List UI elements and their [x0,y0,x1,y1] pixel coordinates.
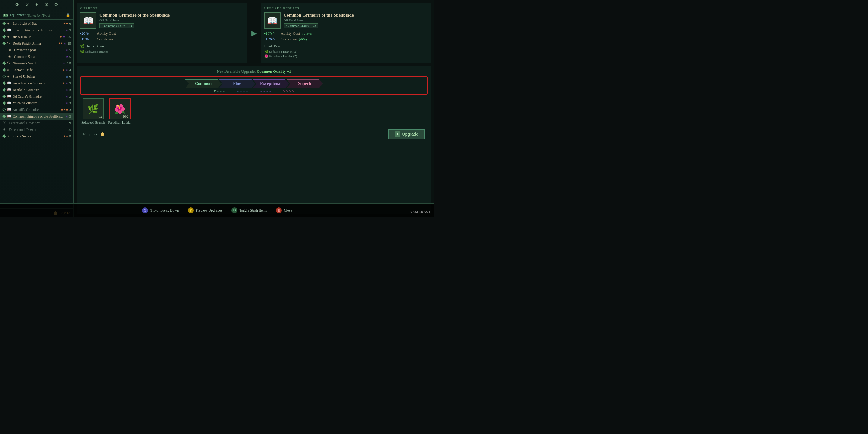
item-icon: 📖 [7,107,11,112]
item-tag: ⚜ [65,88,68,92]
superb-dots [277,90,301,92]
list-item[interactable]: ◈ Exceptional Dagger 3.5 [0,126,73,133]
current-item-header: 📖 Common Grimoire of the Spellblade Off … [80,12,244,29]
material-softwood[interactable]: 🌿 19/4 Softwood Branch [82,98,104,124]
item-count: 9 [69,121,71,125]
icon-tab-5[interactable]: ⚙ [53,2,60,9]
material-name-softwood: Softwood Branch [82,121,104,124]
item-count: 3 [69,88,71,92]
breakdown-material-1: 🌿 Softwood Branch (2) [264,50,298,54]
current-stat-2: -15% Cooldown [80,37,244,41]
top-icons-bar: ⟳ ⚔ ✦ ♜ ⚙ [0,0,73,11]
diamond-icon [2,95,6,98]
item-icon: 🛡 [7,41,11,45]
diamond-icon [2,35,6,38]
equipment-header: LS Equipment (Sorted by: Type) 🔒 [0,11,73,20]
item-stars: ★★ [63,135,68,138]
diamond-icon [2,61,6,65]
upgrade-button[interactable]: A Upgrade [389,129,425,139]
icon-tab-4[interactable]: ♜ [43,2,50,9]
list-item[interactable]: ◈ Star of Unbeing ◇ 6 [0,73,73,80]
list-item[interactable]: 📖 Vesrik's Grimoire ⚜ 3 [0,100,73,106]
footer-btn-preview[interactable]: Y Preview Upgrades [188,207,222,213]
upgrade-btn-key: A [395,131,400,137]
item-icon: 📖 [7,101,11,105]
diamond-icon [2,115,6,118]
arrow-icon: ▶ [251,29,257,37]
item-tag: ⚜ [64,42,66,45]
upgrade-item-name: Common Grimoire of the Spellblade [284,12,354,18]
item-count: 6 [69,22,71,25]
icon-tab-1[interactable]: ⟳ [14,2,21,9]
list-item-selected[interactable]: 📖 Common Grimoire of the Spellbla... ⚜ 3 [0,113,73,120]
item-tag: ⚜ [65,115,68,118]
item-icon: ⚔ [7,134,11,138]
item-name: Hel's Tongue [13,35,59,38]
list-item[interactable]: 📖 Od Caura's Grimoire ⚜ 3 [0,93,73,100]
stat-label: Cooldown [281,37,297,41]
material-paradisan[interactable]: 🌺 10/2 Paradisan Ladder [108,98,131,124]
lock-icon[interactable]: 🔒 [66,13,70,18]
item-name: Death Knight Armor [13,41,58,45]
icon-tab-3[interactable]: ✦ [33,2,40,9]
breakdown-item: 🌿 Softwood Branch [80,50,244,54]
dot-empty [220,90,222,92]
item-icon: ◈ [7,22,11,26]
list-item[interactable]: 🛡 Death Knight Armor ★★ ⚜ 25 [0,40,73,47]
arrow-separator: ▶ [250,3,258,63]
item-name: Exceptional Great Axe [9,121,68,125]
current-quality-text: Common Quality, +0/3 [104,24,132,27]
list-item[interactable]: 📖 Aurochs-Skin Grimoire ★ ⚜ 3 [0,80,73,87]
diamond-icon [2,134,6,138]
left-panel: ⟳ ⚔ ✦ ♜ ⚙ LS Equipment (Sorted by: Type)… [0,0,74,217]
item-count: 3 [69,95,71,98]
list-item[interactable]: ◈ Last Light of Day ★★ 6 [0,20,73,27]
item-count: 3 [69,82,71,85]
list-item[interactable]: ⚔ Exceptional Great Axe 9 [0,120,73,126]
list-item[interactable]: 📖 Superb Grimoire of Entropy ⚜ 3 [0,27,73,33]
list-item[interactable]: ⚔ Storm Sworn ★★ 5 [0,133,73,140]
list-item[interactable]: 🛡 Nimanna's Ward ⚜ 6.5 [0,60,73,67]
upgrade-item-info: Common Grimoire of the Spellblade Off Ha… [284,12,354,28]
item-stars: ★ [62,82,65,85]
item-icon: ◈ [8,48,13,52]
current-item-info: Common Grimoire of the Spellblade Off Ha… [99,12,170,28]
list-item[interactable]: 📖 Beothel's Grimoire ⚜ 3 [0,87,73,93]
item-stars: ★★ [58,42,63,45]
item-tag: ⚜ [65,29,68,32]
item-stars: ★★★ [61,108,68,111]
dot-filled [214,90,216,92]
stat-delta: (-7.5%) [302,32,312,35]
footer-btn-close[interactable]: B Close [276,207,292,213]
footer-btn-breakdown[interactable]: X (Hold) Break Down [142,207,179,213]
stat-value: -15%^ [264,37,281,41]
breakdown-material-2: 🌺 Paradisan Ladder (2) [264,54,297,58]
breakdown-item-2: 🌺 Paradisan Ladder (2) [264,54,428,58]
item-tag: ⚜ [63,35,65,38]
material-icon-softwood: 🌿 [87,104,98,114]
list-item[interactable]: 📖 Anextli's Grimoire ★★★ 3 [0,106,73,113]
main-area: CURRENT: 📖 Common Grimoire of the Spellb… [74,0,434,217]
item-count: 5 [69,134,71,138]
gold-icon-cost [101,132,104,136]
list-item[interactable]: ◈ Common Spear ⚜ 5 [0,53,73,60]
dot-empty [260,90,262,92]
dot-empty [283,90,285,92]
item-count: 8.5 [67,35,71,38]
item-icon: ◈ [7,74,11,79]
dot-empty [223,90,225,92]
upgrade-quality-badge: I Common Quality, +1/3 [284,23,318,28]
upgrade-item-header: 📖 Common Grimoire of the Spellblade Off … [264,12,428,29]
tier-superb: Superb [287,79,323,88]
list-item[interactable]: ◈ Umpara's Spear ⚜ 5 [0,47,73,53]
icon-tab-2[interactable]: ⚔ [24,2,31,9]
stat-value: -20% [80,31,97,36]
list-item[interactable]: ◈ Caeroc's Pride ★ ⚜ 4 [0,67,73,73]
upgrade-quality-text: Common Quality, +1/3 [288,24,316,27]
list-item[interactable]: ◈ Hel's Tongue ★ ⚜ 8.5 [0,33,73,40]
item-name: Common Spear [14,55,65,59]
fine-dots [231,90,254,92]
footer-btn-stash[interactable]: RS Toggle Stash Items [231,207,267,213]
dot-empty [266,90,268,92]
footer: X (Hold) Break Down Y Preview Upgrades R… [0,204,434,217]
